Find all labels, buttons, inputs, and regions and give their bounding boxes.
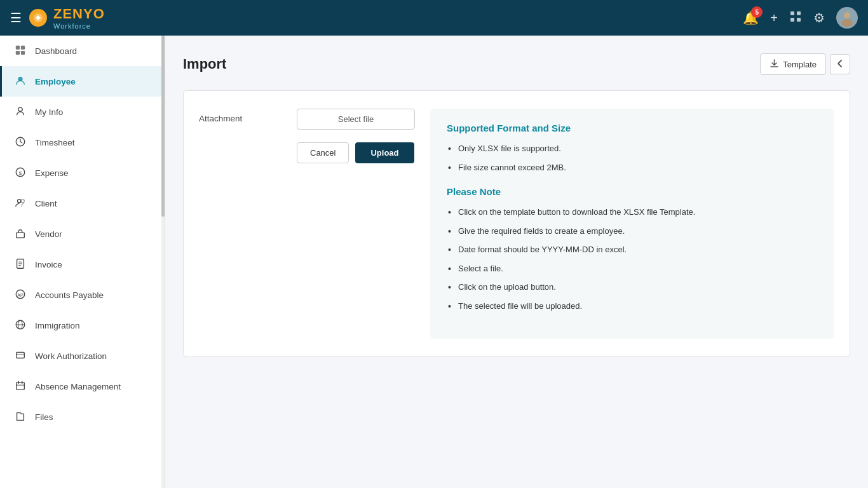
svg-rect-9	[16, 51, 20, 55]
svg-rect-4	[797, 18, 801, 22]
user-avatar[interactable]	[836, 7, 858, 29]
attachment-label: Attachment	[199, 109, 281, 123]
topnav-actions: 🔔 5 + ⚙	[743, 7, 858, 29]
svg-rect-18	[17, 233, 25, 238]
sidebar-item-vendor[interactable]: Vendor	[0, 219, 165, 249]
logo-text: ZENYO Workforce	[53, 6, 105, 30]
work-authorization-icon	[15, 349, 27, 362]
notification-badge: 5	[751, 6, 763, 18]
main-content: Import Template	[165, 36, 868, 488]
sidebar-item-client[interactable]: Client	[0, 188, 165, 219]
svg-rect-10	[21, 51, 25, 55]
note-item-1: Click on the template button to download…	[447, 206, 818, 219]
sidebar-label-absence-management: Absence Management	[35, 382, 121, 391]
sidebar: Dashboard Employee My Info	[0, 36, 165, 488]
sidebar-item-absence-management[interactable]: Absence Management	[0, 371, 165, 402]
sidebar-label-dashboard: Dashboard	[35, 46, 77, 56]
download-icon	[770, 58, 779, 70]
sidebar-item-invoice[interactable]: Invoice	[0, 249, 165, 280]
sidebar-label-invoice: Invoice	[35, 260, 62, 269]
svg-rect-8	[21, 46, 25, 50]
sidebar-label-timesheet: Timesheet	[35, 138, 75, 147]
sidebar-label-expense: Expense	[35, 168, 69, 178]
sidebar-label-client: Client	[35, 199, 57, 208]
scrollbar-thumb[interactable]	[161, 36, 165, 217]
svg-rect-2	[797, 11, 801, 15]
logo-name: ZENYO	[53, 6, 105, 22]
sidebar-label-accounts-payable: Accounts Payable	[35, 290, 104, 300]
sidebar-item-immigration[interactable]: Immigration	[0, 310, 165, 341]
immigration-icon	[15, 319, 27, 332]
svg-point-5	[844, 12, 850, 18]
sidebar-item-myinfo[interactable]: My Info	[0, 97, 165, 127]
svg-rect-1	[790, 11, 794, 15]
layout: Dashboard Employee My Info	[0, 36, 868, 488]
client-icon	[15, 197, 27, 210]
note-item-2: Give the required fields to create a emp…	[447, 225, 818, 238]
settings-icon[interactable]: ⚙	[813, 10, 825, 25]
logo-icon	[29, 9, 47, 27]
topnav: ☰ ZENYO Workforce 🔔 5 + ⚙	[0, 0, 868, 36]
note-item-6: The selected file will be uploaded.	[447, 300, 818, 313]
svg-text:$: $	[19, 170, 22, 176]
sidebar-label-immigration: Immigration	[35, 321, 80, 330]
timesheet-icon	[15, 136, 27, 149]
svg-rect-28	[17, 353, 25, 358]
back-arrow-icon	[836, 59, 844, 70]
files-icon	[15, 410, 27, 423]
svg-rect-7	[16, 46, 20, 50]
note-item-4: Select a file.	[447, 262, 818, 275]
sidebar-item-files[interactable]: Files	[0, 402, 165, 432]
svg-rect-30	[17, 383, 25, 390]
add-icon[interactable]: +	[770, 11, 778, 25]
template-btn-label: Template	[783, 60, 817, 69]
vendor-icon	[15, 227, 27, 240]
note-list: Click on the template button to download…	[447, 206, 818, 312]
select-file-button[interactable]: Select file	[297, 109, 415, 130]
form-section: Attachment Select file Cancel Upload	[199, 109, 415, 163]
format-item-1: Only XLSX file is supported.	[447, 142, 818, 155]
logo: ZENYO Workforce	[29, 6, 105, 30]
content-flex: Attachment Select file Cancel Upload Sup…	[199, 109, 834, 339]
form-buttons: Cancel Upload	[297, 142, 415, 163]
svg-rect-3	[790, 18, 794, 22]
sidebar-item-work-authorization[interactable]: Work Authorization	[0, 341, 165, 371]
accounts-payable-icon: AP	[15, 288, 27, 301]
svg-point-6	[841, 19, 853, 27]
invoice-icon	[15, 258, 27, 271]
employee-icon	[15, 75, 27, 88]
page-title: Import	[183, 56, 226, 72]
notification-bell[interactable]: 🔔 5	[743, 10, 759, 25]
svg-text:AP: AP	[17, 292, 24, 298]
cancel-button[interactable]: Cancel	[297, 142, 349, 163]
sidebar-item-employee[interactable]: Employee	[0, 66, 165, 97]
header-actions: Template	[760, 53, 850, 75]
dashboard-icon	[15, 44, 27, 57]
sidebar-item-timesheet[interactable]: Timesheet	[0, 127, 165, 158]
back-button[interactable]	[830, 54, 850, 74]
format-title: Supported Format and Size	[447, 123, 818, 133]
page-header: Import Template	[183, 53, 850, 75]
hamburger-icon[interactable]: ☰	[10, 10, 22, 25]
sidebar-item-accounts-payable[interactable]: AP Accounts Payable	[0, 280, 165, 310]
svg-point-12	[18, 107, 22, 111]
format-item-2: File size cannot exceed 2MB.	[447, 161, 818, 174]
template-button[interactable]: Template	[760, 53, 826, 75]
note-item-5: Click on the upload button.	[447, 281, 818, 294]
format-list: Only XLSX file is supported. File size c…	[447, 142, 818, 173]
svg-point-16	[18, 200, 21, 203]
info-panel: Supported Format and Size Only XLSX file…	[430, 109, 834, 339]
sidebar-label-employee: Employee	[35, 77, 76, 86]
svg-point-17	[21, 200, 24, 203]
myinfo-icon	[15, 105, 27, 118]
absence-management-icon	[15, 380, 27, 393]
sidebar-label-vendor: Vendor	[35, 229, 62, 239]
upload-button[interactable]: Upload	[355, 142, 414, 163]
sidebar-item-expense[interactable]: $ Expense	[0, 158, 165, 188]
sidebar-item-dashboard[interactable]: Dashboard	[0, 36, 165, 66]
note-item-3: Date format should be YYYY-MM-DD in exce…	[447, 243, 818, 256]
file-input-wrapper: Select file	[297, 109, 415, 130]
sidebar-label-files: Files	[35, 412, 53, 422]
grid-icon[interactable]	[789, 10, 802, 26]
scrollbar-track	[161, 36, 165, 488]
